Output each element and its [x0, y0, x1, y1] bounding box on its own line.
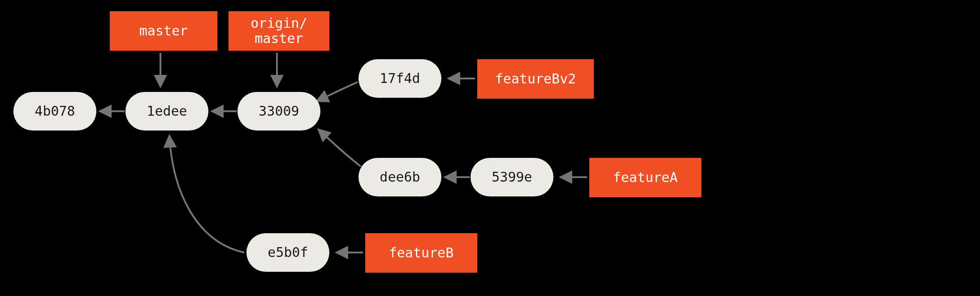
branch-origin-master: origin/ master — [229, 11, 329, 51]
commit-e5b0f: e5b0f — [246, 233, 329, 272]
commit-4b078: 4b078 — [13, 92, 96, 131]
edge-e5b0f-1edee — [169, 135, 244, 252]
branch-featureB: featureB — [365, 233, 477, 273]
commit-5399e: 5399e — [471, 158, 553, 196]
commit-dee6b: dee6b — [358, 158, 441, 196]
git-graph: 4b078 1edee 33009 17f4d dee6b 5399e e5b0… — [0, 0, 980, 296]
branch-featureA: featureA — [589, 158, 701, 197]
commit-17f4d: 17f4d — [358, 59, 441, 98]
edge-dee6b-33009 — [318, 129, 361, 166]
branch-featureBv2: featureBv2 — [477, 59, 594, 99]
commit-33009: 33009 — [237, 92, 320, 131]
edge-17f4d-33009 — [316, 82, 358, 101]
branch-master: master — [110, 11, 217, 51]
commit-1edee: 1edee — [125, 92, 208, 131]
